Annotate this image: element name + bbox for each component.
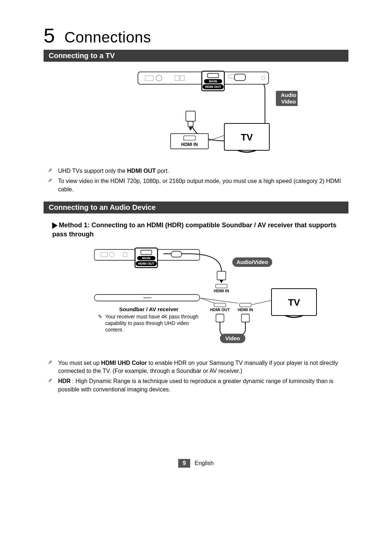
notes-connecting-audio: You must set up HDMI UHD Color to enable… [44, 359, 348, 394]
svg-rect-36 [216, 314, 224, 322]
label-hdmi-out2: HDMI OUT [138, 262, 155, 265]
svg-marker-10 [234, 74, 245, 81]
label-soundbar: Soundbar / AV receiver [119, 306, 179, 312]
svg-rect-29 [217, 271, 226, 280]
pill-audiovideo: Audio/Video [236, 259, 268, 265]
svg-rect-20 [101, 252, 107, 257]
chapter-title: Connections [64, 29, 151, 46]
svg-rect-37 [241, 314, 249, 322]
label-hdmi-in: HDMI IN [181, 142, 198, 147]
chapter-number: 5 [44, 25, 55, 46]
svg-marker-23 [171, 251, 181, 257]
svg-rect-34 [214, 303, 226, 307]
soundbar-note-3: content. [105, 327, 123, 333]
label-tv: TV [241, 132, 253, 143]
soundbar-note-2: capability to pass through UHD video [105, 320, 189, 326]
section-connecting-audio: Connecting to an Audio Device [44, 202, 348, 213]
page-language: English [195, 460, 213, 466]
note-item: To view video in the HDMI 720p, 1080p, o… [58, 177, 348, 194]
svg-marker-15 [189, 127, 192, 131]
notes-connecting-tv: UHD TVs support only the HDMI OUT port. … [44, 167, 348, 194]
label-tv2: TV [288, 297, 300, 308]
svg-text:✎: ✎ [98, 314, 102, 320]
note-item: UHD TVs support only the HDMI OUT port. [58, 167, 348, 175]
svg-rect-33 [143, 297, 151, 298]
svg-rect-6 [208, 73, 219, 78]
svg-rect-13 [186, 111, 195, 121]
cable-audio2: Audio [281, 92, 297, 98]
page-number: 9 [178, 459, 190, 468]
label-hdmi-out: HDMI OUT [205, 85, 221, 89]
svg-rect-22 [123, 252, 127, 257]
label-hdmi-in-sb: HDMI IN [214, 289, 229, 293]
svg-rect-25 [141, 250, 152, 255]
label-main: MAIN [209, 80, 217, 83]
pill-video: Video [225, 335, 240, 341]
svg-rect-4 [180, 76, 184, 81]
diagram-connecting-tv: MAIN HDMI OUT Audio Audio Video H [44, 68, 348, 163]
section-connecting-tv: Connecting to a TV [44, 50, 348, 62]
note-item: You must set up HDMI UHD Color to enable… [58, 359, 348, 375]
svg-rect-31 [216, 284, 227, 288]
svg-rect-35 [240, 303, 251, 307]
method1-heading: ▶Method 1: Connecting to an HDMI (HDR) c… [52, 221, 348, 239]
diagram-connecting-audio: MAIN HDMI OUT Audio/Video HDMI IN HDMI O… [44, 246, 348, 355]
svg-rect-14 [188, 121, 193, 126]
page-footer: 9English [44, 459, 348, 468]
note-item: HDR : High Dynamic Range is a technique … [58, 377, 348, 394]
chapter-heading: 5 Connections [44, 25, 348, 46]
label-hdmi-out-sb: HDMI OUT [210, 308, 230, 312]
label-main2: MAIN [142, 256, 151, 260]
svg-rect-1 [145, 76, 153, 81]
svg-rect-3 [175, 76, 179, 81]
svg-rect-17 [184, 136, 195, 140]
soundbar-note-1: Your receiver must have 4K pass through [105, 314, 198, 320]
label-hdmi-in-tv: HDMI IN [238, 308, 253, 312]
cable-video: Video [281, 98, 296, 105]
svg-marker-30 [220, 280, 223, 283]
